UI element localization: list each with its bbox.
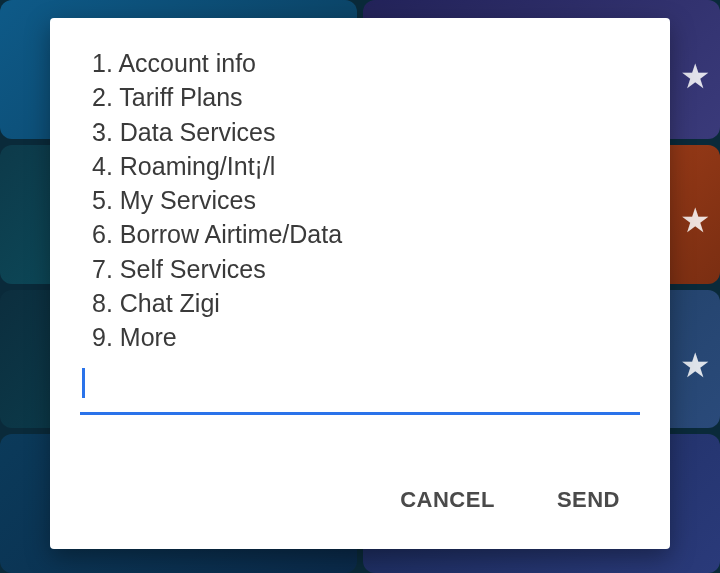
menu-item-number: 5. bbox=[92, 186, 113, 214]
dialog-actions: CANCEL SEND bbox=[80, 453, 640, 529]
menu-item: 7. Self Services bbox=[92, 252, 640, 286]
menu-item: 4. Roaming/Int¡/l bbox=[92, 149, 640, 183]
menu-item-number: 6. bbox=[92, 220, 113, 248]
menu-item-label: Borrow Airtime/Data bbox=[120, 220, 342, 248]
cancel-button[interactable]: CANCEL bbox=[396, 481, 499, 519]
menu-item: 1. Account info bbox=[92, 46, 640, 80]
menu-item: 9. More bbox=[92, 320, 640, 354]
menu-item: 5. My Services bbox=[92, 183, 640, 217]
menu-item-label: Chat Zigi bbox=[120, 289, 220, 317]
ussd-input[interactable] bbox=[80, 368, 640, 415]
menu-item: 2. Tariff Plans bbox=[92, 80, 640, 114]
menu-item-number: 1. bbox=[92, 49, 113, 77]
star-icon: ★ bbox=[680, 200, 710, 240]
menu-item: 8. Chat Zigi bbox=[92, 286, 640, 320]
ussd-dialog: 1. Account info 2. Tariff Plans 3. Data … bbox=[50, 18, 670, 549]
menu-item-label: Self Services bbox=[120, 255, 266, 283]
menu-item-label: Roaming/Int¡/l bbox=[120, 152, 276, 180]
menu-item-number: 4. bbox=[92, 152, 113, 180]
menu-item-label: Data Services bbox=[120, 118, 276, 146]
star-icon: ★ bbox=[680, 56, 710, 96]
menu-item-number: 3. bbox=[92, 118, 113, 146]
menu-item-label: Tariff Plans bbox=[119, 83, 242, 111]
menu-item: 6. Borrow Airtime/Data bbox=[92, 217, 640, 251]
send-button[interactable]: SEND bbox=[553, 481, 624, 519]
input-row bbox=[80, 368, 640, 415]
menu-item-number: 9. bbox=[92, 323, 113, 351]
menu-item-label: Account info bbox=[118, 49, 256, 77]
ussd-menu-list: 1. Account info 2. Tariff Plans 3. Data … bbox=[80, 46, 640, 354]
menu-item: 3. Data Services bbox=[92, 115, 640, 149]
text-cursor bbox=[82, 368, 85, 398]
menu-item-label: My Services bbox=[120, 186, 256, 214]
menu-item-label: More bbox=[120, 323, 177, 351]
menu-item-number: 7. bbox=[92, 255, 113, 283]
star-icon: ★ bbox=[680, 345, 710, 385]
menu-item-number: 8. bbox=[92, 289, 113, 317]
menu-item-number: 2. bbox=[92, 83, 113, 111]
